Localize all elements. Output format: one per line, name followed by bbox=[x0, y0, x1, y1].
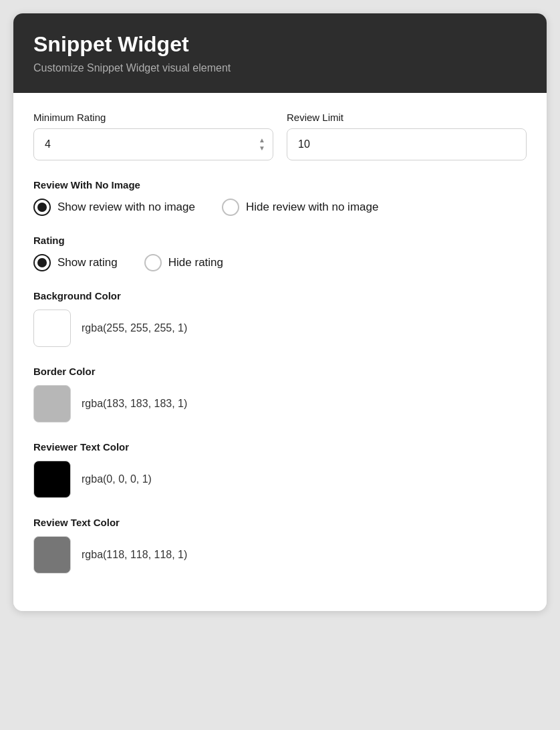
reviewer-text-color-section: Reviewer Text Color rgba(0, 0, 0, 1) bbox=[33, 441, 527, 498]
reviewer-text-color-row: rgba(0, 0, 0, 1) bbox=[33, 461, 527, 498]
hide-review-no-image-radio-label: Hide review with no image bbox=[246, 201, 378, 214]
review-limit-group: Review Limit bbox=[287, 112, 527, 160]
spinner-arrows[interactable]: ▲ ▼ bbox=[259, 137, 265, 152]
widget-subtitle: Customize Snippet Widget visual element bbox=[33, 62, 527, 74]
hide-rating-option[interactable]: Hide rating bbox=[144, 254, 223, 271]
show-review-no-image-radio[interactable] bbox=[33, 199, 51, 216]
hide-rating-radio[interactable] bbox=[144, 254, 162, 271]
reviewer-text-color-label: Reviewer Text Color bbox=[33, 441, 527, 453]
hide-review-no-image-option[interactable]: Hide review with no image bbox=[222, 199, 378, 216]
border-color-swatch[interactable] bbox=[33, 385, 71, 422]
review-text-color-value: rgba(118, 118, 118, 1) bbox=[82, 549, 187, 561]
background-color-swatch[interactable] bbox=[33, 310, 71, 347]
reviewer-text-color-value: rgba(0, 0, 0, 1) bbox=[82, 473, 152, 485]
hide-rating-radio-label: Hide rating bbox=[168, 256, 223, 269]
minimum-rating-input[interactable] bbox=[33, 128, 273, 160]
review-text-color-label: Review Text Color bbox=[33, 517, 527, 528]
background-color-row: rgba(255, 255, 255, 1) bbox=[33, 310, 527, 347]
review-limit-field[interactable] bbox=[287, 128, 527, 160]
border-color-label: Border Color bbox=[33, 366, 527, 377]
background-color-label: Background Color bbox=[33, 290, 527, 301]
spinner-up-icon[interactable]: ▲ bbox=[259, 137, 265, 144]
minimum-rating-label: Minimum Rating bbox=[33, 112, 273, 123]
reviewer-text-color-swatch[interactable] bbox=[33, 461, 71, 498]
review-with-no-image-section: Review With No Image Show review with no… bbox=[33, 179, 527, 216]
minimum-rating-group: Minimum Rating ▲ ▼ bbox=[33, 112, 273, 160]
show-review-no-image-radio-label: Show review with no image bbox=[57, 201, 195, 214]
show-rating-radio[interactable] bbox=[33, 254, 51, 271]
review-text-color-section: Review Text Color rgba(118, 118, 118, 1) bbox=[33, 517, 527, 574]
widget-container: Snippet Widget Customize Snippet Widget … bbox=[13, 13, 547, 611]
show-rating-radio-label: Show rating bbox=[57, 256, 118, 269]
rating-radio-group: Show rating Hide rating bbox=[33, 254, 527, 271]
minimum-rating-spinner[interactable]: ▲ ▼ bbox=[33, 128, 273, 160]
review-text-color-swatch[interactable] bbox=[33, 536, 71, 574]
border-color-value: rgba(183, 183, 183, 1) bbox=[82, 398, 187, 410]
review-with-no-image-label: Review With No Image bbox=[33, 179, 527, 191]
review-limit-label: Review Limit bbox=[287, 112, 527, 123]
review-limit-input[interactable] bbox=[287, 128, 527, 160]
review-text-color-row: rgba(118, 118, 118, 1) bbox=[33, 536, 527, 574]
review-with-no-image-radio-group: Show review with no image Hide review wi… bbox=[33, 199, 527, 216]
show-review-no-image-option[interactable]: Show review with no image bbox=[33, 199, 195, 216]
spinner-down-icon[interactable]: ▼ bbox=[259, 145, 265, 152]
border-color-section: Border Color rgba(183, 183, 183, 1) bbox=[33, 366, 527, 422]
widget-title: Snippet Widget bbox=[33, 32, 527, 57]
show-rating-option[interactable]: Show rating bbox=[33, 254, 118, 271]
hide-review-no-image-radio[interactable] bbox=[222, 199, 239, 216]
rating-section: Rating Show rating Hide rating bbox=[33, 235, 527, 271]
inputs-row: Minimum Rating ▲ ▼ Review Limit bbox=[33, 112, 527, 160]
background-color-section: Background Color rgba(255, 255, 255, 1) bbox=[33, 290, 527, 347]
background-color-value: rgba(255, 255, 255, 1) bbox=[82, 322, 187, 334]
border-color-row: rgba(183, 183, 183, 1) bbox=[33, 385, 527, 422]
rating-section-label: Rating bbox=[33, 235, 527, 246]
widget-header: Snippet Widget Customize Snippet Widget … bbox=[13, 13, 547, 93]
widget-body: Minimum Rating ▲ ▼ Review Limit Review W… bbox=[13, 93, 547, 611]
